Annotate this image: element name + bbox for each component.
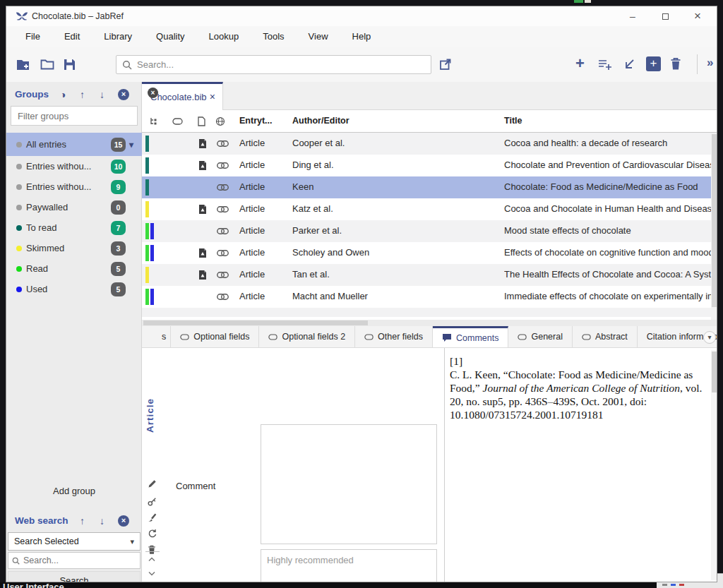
move-group-down-icon[interactable]: ↓ [100, 89, 104, 100]
link-icon[interactable] [217, 162, 229, 169]
new-library-icon[interactable] [16, 59, 31, 71]
group-item[interactable]: Entries withou... 10 [6, 156, 142, 176]
table-horizontal-scrollbar[interactable] [142, 320, 717, 326]
open-search-window-icon[interactable] [439, 58, 452, 71]
file-column-icon[interactable] [198, 116, 205, 126]
table-row[interactable]: Article Parker et al. Mood state effects… [142, 220, 717, 242]
pdf-file-icon[interactable] [198, 160, 207, 171]
toolbar-overflow-button[interactable]: » [707, 56, 713, 70]
titlebar[interactable]: Chocolate.bib – JabRef – × [6, 6, 717, 26]
open-library-icon[interactable] [40, 59, 54, 70]
group-item[interactable]: All entries 15 ▾ [6, 133, 142, 156]
tab-abstract[interactable]: Abstract [573, 326, 638, 347]
tab-s[interactable]: s [160, 326, 171, 347]
import-arrow-icon[interactable] [623, 59, 635, 70]
group-union-toggle-icon[interactable]: ◑ [60, 89, 66, 100]
web-search-input[interactable] [23, 556, 136, 565]
delete-entry-icon[interactable] [670, 57, 681, 70]
menu-item-file[interactable]: File [13, 26, 52, 47]
link-icon[interactable] [217, 140, 229, 147]
menu-item-help[interactable]: Help [340, 26, 383, 47]
link-icon[interactable] [217, 206, 229, 212]
menu-item-tools[interactable]: Tools [251, 26, 296, 47]
global-search-field[interactable] [116, 55, 431, 74]
editor-divider[interactable] [444, 348, 445, 582]
pdf-file-icon[interactable] [198, 270, 207, 280]
new-entry-button[interactable]: + [646, 56, 661, 71]
group-item[interactable]: Skimmed 3 [6, 238, 142, 258]
web-search-field[interactable] [8, 552, 141, 569]
group-item[interactable]: Read 5 [6, 258, 142, 279]
minimize-button[interactable]: – [616, 6, 649, 26]
close-button[interactable]: × [681, 6, 714, 26]
close-groups-panel-icon[interactable]: × [118, 89, 129, 100]
group-item[interactable]: Used 5 [6, 279, 142, 299]
tab-general[interactable]: General [508, 326, 572, 347]
new-entry-plus-icon[interactable]: + [575, 54, 585, 73]
web-search-button[interactable]: Search [8, 571, 141, 582]
menu-item-edit[interactable]: Edit [52, 26, 92, 47]
table-row-partial[interactable] [142, 308, 717, 317]
maximize-button[interactable] [649, 6, 681, 26]
table-row[interactable]: Article Katz et al. Cocoa and Chocolate … [142, 198, 717, 220]
add-entry-from-list-icon[interactable] [598, 59, 612, 71]
tag-column-icon[interactable] [172, 118, 183, 125]
table-row[interactable]: Article Macht and Mueller Immediate effe… [142, 286, 717, 308]
tab-optional-fields-2[interactable]: Optional fields 2 [259, 326, 355, 347]
group-color-column-icon[interactable] [150, 117, 159, 126]
close-entry-editor-icon[interactable]: × [148, 88, 158, 98]
cleanup-brush-icon[interactable] [148, 512, 157, 522]
close-tab-icon[interactable]: × [210, 91, 215, 102]
pdf-file-icon[interactable] [198, 138, 207, 149]
url-column-icon[interactable] [215, 116, 225, 126]
link-icon[interactable] [217, 294, 229, 300]
edit-pencil-icon[interactable] [148, 479, 157, 488]
delete-entry-icon[interactable] [148, 545, 156, 554]
move-group-up-icon[interactable]: ↑ [80, 89, 85, 100]
add-group-button[interactable]: Add group [6, 486, 142, 496]
move-panel-up-icon[interactable]: ↑ [80, 515, 85, 527]
move-panel-down-icon[interactable]: ↓ [100, 515, 104, 527]
table-row[interactable]: Article Scholey and Owen Effects of choc… [142, 242, 717, 264]
search-input[interactable] [137, 59, 425, 70]
scrollbar-thumb[interactable] [712, 352, 717, 392]
menu-item-quality[interactable]: Quality [144, 26, 196, 47]
preview-scrollbar[interactable] [711, 350, 717, 580]
scrollbar-thumb[interactable] [712, 134, 717, 307]
close-web-search-icon[interactable]: × [118, 515, 129, 527]
menu-item-lookup[interactable]: Lookup [197, 26, 251, 47]
tab-comments[interactable]: Comments [433, 326, 508, 347]
fetcher-dropdown[interactable]: Search Selected ▾ [8, 532, 141, 551]
group-item[interactable]: Paywalled 0 [6, 197, 142, 217]
group-item[interactable]: Entries withou... 9 [6, 176, 142, 197]
scrollbar-thumb[interactable] [143, 320, 368, 325]
chevron-down-icon[interactable]: ▾ [129, 140, 133, 150]
column-header-author[interactable]: Author/Editor [292, 116, 349, 126]
filter-groups-input[interactable] [11, 106, 138, 126]
table-vertical-scrollbar[interactable] [711, 133, 717, 320]
table-row[interactable]: Article Tan et al. The Health Effects of… [142, 264, 717, 286]
link-icon[interactable] [217, 184, 229, 191]
tab-overflow-button[interactable]: ▾ [703, 331, 716, 344]
tab-other-fields[interactable]: Other fields [355, 326, 433, 347]
pdf-file-icon[interactable] [198, 204, 207, 215]
menu-item-view[interactable]: View [297, 26, 340, 47]
refresh-icon[interactable] [148, 529, 157, 538]
column-header-entrytype[interactable]: Entryt... [239, 116, 273, 126]
tab-optional-fields[interactable]: Optional fields [171, 326, 259, 347]
table-row[interactable]: Article Ding et al. Chocolate and Preven… [142, 155, 717, 176]
table-row[interactable]: Article Keen Chocolate: Food as Medicine… [142, 176, 717, 198]
next-entry-icon[interactable] [148, 571, 155, 576]
key-icon[interactable] [148, 497, 157, 506]
table-row[interactable]: Article Cooper et al. Cocoa and health: … [142, 133, 717, 155]
link-icon[interactable] [217, 250, 229, 256]
link-icon[interactable] [217, 228, 229, 234]
comment-textarea[interactable] [261, 424, 437, 544]
save-library-icon[interactable] [64, 59, 76, 71]
comment-otheruser-textarea[interactable] [261, 549, 437, 582]
link-icon[interactable] [217, 272, 229, 278]
column-header-title[interactable]: Title [504, 116, 522, 126]
group-item[interactable]: To read 7 [6, 217, 142, 238]
menu-item-library[interactable]: Library [92, 26, 144, 47]
previous-entry-icon[interactable] [148, 557, 155, 562]
